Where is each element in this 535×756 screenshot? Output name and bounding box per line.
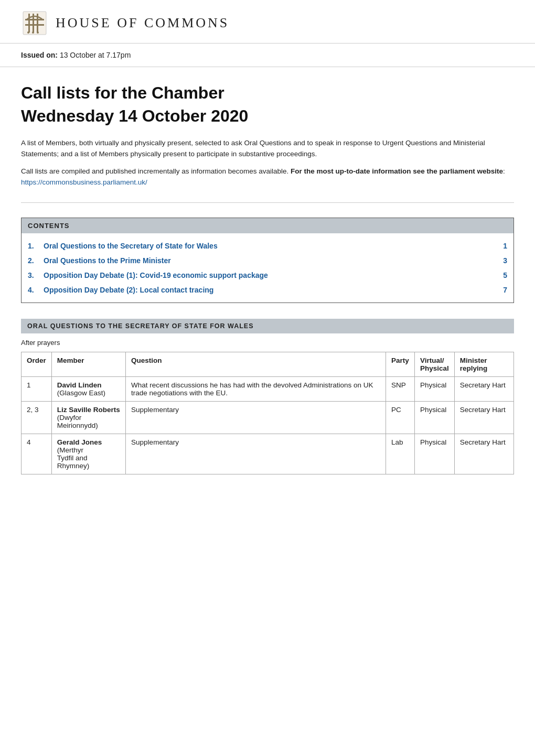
row2-party: PC bbox=[386, 402, 415, 434]
row1-virtual: Physical bbox=[414, 377, 454, 402]
row1-party: SNP bbox=[386, 377, 415, 402]
contents-item-4[interactable]: 4. Opposition Day Debate (2): Local cont… bbox=[28, 283, 507, 297]
contents-page-4: 7 bbox=[497, 286, 507, 294]
contents-header: CONTENTS bbox=[22, 218, 513, 233]
contents-page-2: 3 bbox=[497, 256, 507, 265]
row2-member-bold: Liz Saville Roberts bbox=[57, 406, 120, 414]
col-minister: Minister replying bbox=[454, 352, 513, 377]
col-party: Party bbox=[386, 352, 415, 377]
svg-rect-5 bbox=[25, 24, 44, 26]
contents-label-2: Oral Questions to the Prime Minister bbox=[44, 256, 497, 265]
row3-virtual: Physical bbox=[414, 434, 454, 474]
svg-point-6 bbox=[27, 31, 29, 34]
col-member: Member bbox=[51, 352, 125, 377]
row1-minister: Secretary Hart bbox=[454, 377, 513, 402]
issued-bar: Issued on: 13 October at 7.17pm bbox=[0, 44, 535, 67]
section1-header: ORAL QUESTIONS TO THE SECRETARY OF STATE… bbox=[21, 319, 514, 333]
row2-virtual: Physical bbox=[414, 402, 454, 434]
intro-para-2: Call lists are compiled and published in… bbox=[21, 166, 514, 188]
table-row: 1 David Linden (Glasgow East) What recen… bbox=[22, 377, 514, 402]
row3-minister: Secretary Hart bbox=[454, 434, 513, 474]
row3-order: 4 bbox=[22, 434, 52, 474]
svg-point-7 bbox=[32, 31, 34, 34]
col-question: Question bbox=[126, 352, 386, 377]
intro-para-1: A list of Members, both virtually and ph… bbox=[21, 138, 514, 160]
contents-num-3: 3. bbox=[28, 271, 44, 279]
svg-rect-0 bbox=[23, 12, 46, 35]
page-header: House of Commons bbox=[0, 0, 535, 44]
svg-point-8 bbox=[37, 31, 39, 34]
issued-value: 13 October at 7.17pm bbox=[60, 51, 131, 59]
contents-label-4: Opposition Day Debate (2): Local contact… bbox=[44, 286, 497, 294]
contents-num-1: 1. bbox=[28, 242, 44, 250]
contents-num-4: 4. bbox=[28, 286, 44, 294]
intro2-text: Call lists are compiled and published in… bbox=[21, 167, 288, 175]
header-title: House of Commons bbox=[56, 15, 229, 31]
contents-num-2: 2. bbox=[28, 256, 44, 265]
contents-page-1: 1 bbox=[497, 242, 507, 250]
contents-page-3: 5 bbox=[497, 271, 507, 279]
main-content: Call lists for the Chamber Wednesday 14 … bbox=[0, 67, 535, 511]
row3-question: Supplementary bbox=[126, 434, 386, 474]
row2-order: 2, 3 bbox=[22, 402, 52, 434]
doc-title-line1: Call lists for the Chamber bbox=[21, 83, 514, 103]
svg-rect-1 bbox=[28, 14, 30, 33]
issued-label: Issued on: bbox=[21, 51, 58, 59]
row3-member-plain: (Merthyr bbox=[57, 446, 83, 454]
row1-member-bold: David Linden bbox=[57, 381, 102, 389]
row2-member: Liz Saville Roberts (Dwyfor Meirionnydd) bbox=[51, 402, 125, 434]
row3-member-rest: Tydfil and Rhymney) bbox=[57, 454, 90, 470]
contents-label-3: Opposition Day Debate (1): Covid-19 econ… bbox=[44, 271, 497, 279]
row2-minister: Secretary Hart bbox=[454, 402, 513, 434]
house-of-commons-logo bbox=[21, 9, 48, 37]
table-header-row: Order Member Question Party Virtual/Phys… bbox=[22, 352, 514, 377]
row1-order: 1 bbox=[22, 377, 52, 402]
contents-item-1[interactable]: 1. Oral Questions to the Secretary of St… bbox=[28, 239, 507, 253]
contents-item-3[interactable]: 3. Opposition Day Debate (1): Covid-19 e… bbox=[28, 268, 507, 283]
contents-box: CONTENTS 1. Oral Questions to the Secret… bbox=[21, 218, 514, 303]
row1-member: David Linden (Glasgow East) bbox=[51, 377, 125, 402]
row2-member-rest: (Dwyfor Meirionnydd) bbox=[57, 414, 98, 429]
section1-table: Order Member Question Party Virtual/Phys… bbox=[21, 352, 514, 474]
table-row: 4 Gerald Jones (Merthyr Tydfil and Rhymn… bbox=[22, 434, 514, 474]
intro2-colon: : bbox=[503, 167, 505, 175]
row3-member: Gerald Jones (Merthyr Tydfil and Rhymney… bbox=[51, 434, 125, 474]
row3-member-bold: Gerald Jones bbox=[57, 438, 102, 446]
intro2-bold: For the most up-to-date information see … bbox=[291, 167, 503, 175]
table-row: 2, 3 Liz Saville Roberts (Dwyfor Meirion… bbox=[22, 402, 514, 434]
contents-label-1: Oral Questions to the Secretary of State… bbox=[44, 242, 497, 250]
row1-question: What recent discussions he has had with … bbox=[126, 377, 386, 402]
row3-party: Lab bbox=[386, 434, 415, 474]
col-order: Order bbox=[22, 352, 52, 377]
col-virtual-physical: Virtual/Physical bbox=[414, 352, 454, 377]
row2-question: Supplementary bbox=[126, 402, 386, 434]
header-title-text: House of Commons bbox=[56, 15, 229, 30]
contents-item-2[interactable]: 2. Oral Questions to the Prime Minister … bbox=[28, 253, 507, 268]
doc-title-line2: Wednesday 14 October 2020 bbox=[21, 106, 514, 126]
after-prayers: After prayers bbox=[21, 339, 514, 347]
contents-list: 1. Oral Questions to the Secretary of St… bbox=[22, 233, 513, 303]
parliament-link[interactable]: https://commonsbusiness.parliament.uk/ bbox=[21, 178, 147, 186]
row1-member-rest: (Glasgow East) bbox=[57, 389, 105, 397]
divider-1 bbox=[21, 202, 514, 203]
